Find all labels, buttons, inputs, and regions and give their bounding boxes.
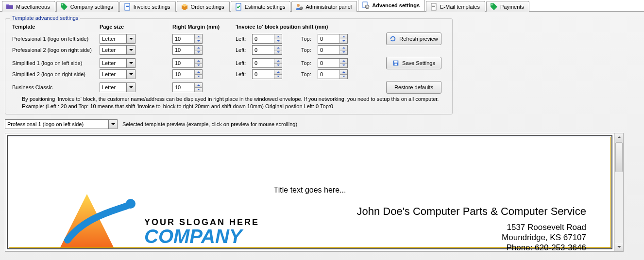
box-icon [181,3,188,11]
tab-email[interactable]: E-Mail templates [426,1,485,12]
user-gear-icon [295,3,303,11]
tab-label: Miscellaneous [16,4,50,10]
shift-left-spinner[interactable] [252,58,282,68]
right-margin-spinner[interactable] [172,45,203,55]
save-icon [392,60,399,66]
page-size-select[interactable]: Letter [100,58,136,68]
page-size-select[interactable]: Letter [100,34,136,44]
doc-title: Title text goes here... [9,186,610,195]
template-settings-group: Template advanced settings Template Page… [5,18,453,114]
chevron-down-icon [126,34,135,43]
svg-point-15 [491,4,493,5]
tab-advanced[interactable]: Advanced settings [358,0,425,11]
hdr-shift: 'Invoice to' block position shift (mm) [236,24,386,30]
template-row: Professional 1 (logo on left side) Lette… [12,32,445,43]
group-title: Template advanced settings [10,15,80,21]
scroll-up-icon[interactable] [615,133,623,142]
doc-company: John Doe's Computer Parts & Computer Ser… [356,205,586,218]
svg-rect-2 [126,5,129,5]
svg-point-0 [61,4,63,5]
right-margin-spinner[interactable] [172,69,203,79]
shift-left-spinner[interactable] [252,45,282,55]
shift-top-spinner[interactable] [318,45,348,55]
preview-scrollbar[interactable] [614,133,623,251]
shift-top-spinner[interactable] [318,58,348,68]
tab-order[interactable]: Order settings [177,1,230,12]
tab-payments[interactable]: Payments [486,1,529,12]
tab-strip: Miscellaneous Company settings Invoice s… [0,0,644,12]
chevron-down-icon [126,70,135,79]
page-size-select[interactable]: Letter [100,69,136,79]
spinner-up-icon[interactable] [195,34,202,39]
preview-paper: Title text goes here... John Doe's Compu… [7,135,612,249]
tab-misc[interactable]: Miscellaneous [2,1,55,12]
tab-company[interactable]: Company settings [56,1,119,12]
shift-top-spinner[interactable] [318,69,348,79]
chevron-down-icon [126,46,135,54]
template-name: Simplified 2 (logo on right side) [12,71,100,77]
folder-icon [6,3,14,11]
right-margin-spinner[interactable] [172,58,203,68]
tab-label: Payments [500,4,524,10]
scroll-thumb[interactable] [615,142,623,172]
tab-estimate[interactable]: Estimate settings [231,1,291,12]
template-name: Professional 2 (logo on right side) [12,47,100,53]
page-size-select[interactable]: Letter [100,45,136,55]
doc-gear-icon [362,1,370,9]
help-text: By positioning 'Invoice to' block, the c… [12,96,445,110]
doc-logo: YOUR SLOGAN HERE COMPANY [58,194,259,247]
tab-label: Advanced settings [372,2,420,8]
shift-left-spinner[interactable] [252,34,282,44]
refresh-preview-button[interactable]: Refresh preview [386,32,441,45]
tab-invoice[interactable]: Invoice settings [119,1,176,12]
svg-point-7 [300,7,303,10]
doc-logo-word: COMPANY [144,226,259,247]
preview-caption: Selected template preview (example, clic… [122,121,297,127]
svg-rect-17 [394,61,398,63]
save-settings-button[interactable]: Save Settings [386,57,441,69]
refresh-icon [390,35,396,42]
doc-icon [123,3,131,11]
tab-label: Administrator panel [305,4,352,10]
svg-point-10 [367,6,368,7]
tag-icon [60,3,68,11]
right-margin-spinner[interactable] [172,82,203,92]
svg-rect-13 [432,6,435,7]
spinner-down-icon[interactable] [195,39,202,44]
tab-label: Company settings [70,4,113,10]
hdr-margin: Right Margin (mm) [172,24,236,30]
template-row: Professional 2 (logo on right side) Lett… [12,45,445,55]
tab-admin[interactable]: Administrator panel [291,1,357,12]
tab-label: Estimate settings [245,4,286,10]
doc-lines-icon [430,3,438,11]
preview-selector-row: Professional 1 (logo on left side) Selec… [5,119,639,129]
template-preview-select[interactable]: Professional 1 (logo on left side) [5,119,118,129]
right-margin-spinner[interactable] [172,34,203,44]
content-area: Template advanced settings Template Page… [0,12,644,260]
tag-green-icon [490,3,498,11]
svg-rect-14 [432,8,435,8]
template-name: Simplified 1 (logo on left side) [12,60,100,66]
tab-label: Invoice settings [134,4,170,10]
restore-defaults-button[interactable]: Restore defaults [386,81,441,94]
tab-label: E-Mail templates [440,4,480,10]
template-name: Business Classic [12,84,100,90]
hdr-template: Template [12,24,100,30]
tab-label: Order settings [191,4,224,10]
chevron-down-icon [108,120,117,129]
scroll-down-icon[interactable] [615,243,623,251]
preview-viewport[interactable]: Title text goes here... John Doe's Compu… [5,133,614,251]
top-label: Top: [301,36,315,42]
shift-top-spinner[interactable] [318,34,348,44]
left-label: Left: [236,36,249,42]
template-row: Business Classic Letter Restore defaults [12,81,445,92]
settings-header-row: Template Page size Right Margin (mm) 'In… [12,24,445,30]
template-row: Simplified 1 (logo on left side) Letter … [12,57,445,67]
svg-point-19 [126,199,136,209]
page-size-select[interactable]: Letter [100,82,136,92]
svg-rect-18 [394,64,397,65]
doc-address: 1537 Roosevelt Road Moundridge, KS 67107… [502,222,586,251]
chevron-down-icon [126,83,135,92]
triangle-logo-icon [58,194,136,247]
shift-left-spinner[interactable] [252,69,282,79]
